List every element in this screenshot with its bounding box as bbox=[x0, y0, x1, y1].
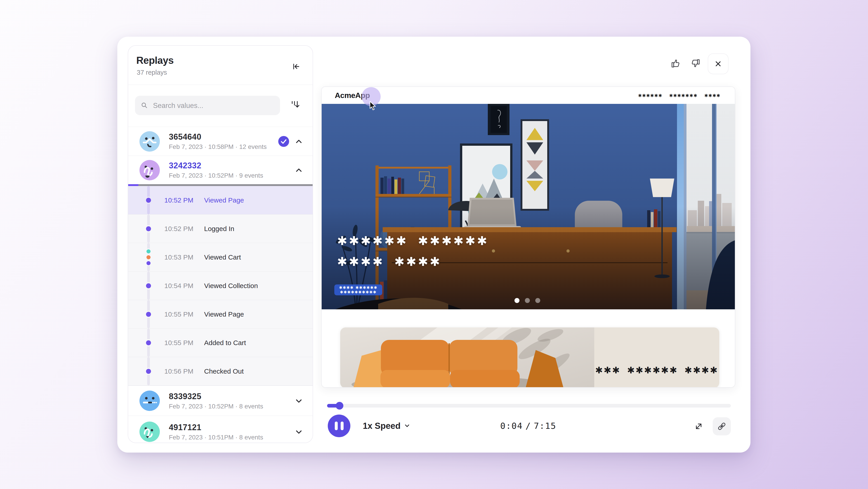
event-time: 10:54 PM bbox=[164, 282, 204, 290]
app-background: Replays 37 replays bbox=[0, 0, 868, 489]
event-dot-purple bbox=[147, 261, 151, 265]
thumbs-down-icon bbox=[690, 57, 702, 69]
thumbs-down-button[interactable] bbox=[690, 57, 702, 69]
session-playback-progress[interactable] bbox=[128, 184, 313, 186]
pointer-arrow-icon bbox=[369, 101, 378, 111]
replays-sidebar: Replays 37 replays bbox=[128, 45, 313, 443]
chevron-down-icon bbox=[294, 427, 303, 436]
chevron-down-icon bbox=[404, 423, 410, 429]
carousel-dots[interactable] bbox=[515, 298, 540, 303]
hero-image bbox=[322, 104, 735, 309]
masked-nav-item: ✱✱✱✱ bbox=[704, 93, 721, 98]
search-box[interactable] bbox=[135, 96, 280, 115]
sort-button[interactable] bbox=[289, 98, 301, 110]
session-avatar bbox=[140, 391, 160, 411]
event-label: Logged In bbox=[204, 225, 234, 233]
product-card: ✱✱✱ ✱✱✱✱✱✱ ✱✱✱✱ bbox=[340, 327, 719, 387]
replay-count: 37 replays bbox=[137, 69, 167, 76]
page-title: Replays bbox=[136, 55, 174, 66]
event-label: Checked Out bbox=[204, 368, 244, 375]
carousel-dot-active[interactable] bbox=[515, 298, 520, 303]
playback-progress-bar[interactable] bbox=[327, 404, 731, 407]
session-avatar bbox=[140, 131, 160, 152]
session-row[interactable]: 4917121 Feb 7, 2023 · 10:51PM · 8 events bbox=[128, 416, 313, 443]
search-input[interactable] bbox=[153, 96, 276, 116]
event-label: Viewed Page bbox=[204, 311, 244, 318]
event-row[interactable]: 10:56 PM Checked Out bbox=[128, 357, 313, 385]
chevron-up-icon bbox=[294, 166, 303, 174]
event-row[interactable]: 10:53 PM Viewed Cart bbox=[128, 243, 313, 271]
event-dot bbox=[146, 283, 151, 288]
event-label: Viewed Collection bbox=[204, 282, 258, 290]
collapse-session-chevron[interactable] bbox=[294, 137, 303, 146]
collapse-sidebar-button[interactable] bbox=[290, 61, 301, 72]
session-avatar bbox=[140, 160, 160, 180]
session-info: 3242332 Feb 7, 2023 · 10:52PM · 9 events bbox=[169, 161, 263, 179]
session-row[interactable]: 8339325 Feb 7, 2023 · 10:52PM · 8 events bbox=[128, 385, 313, 416]
search-row bbox=[128, 85, 313, 127]
speed-dropdown[interactable]: 1x Speed bbox=[362, 414, 411, 437]
masked-hero-heading: ✱✱✱✱✱✱ ✱✱✱✱✱✱ ✱✱✱✱ ✱✱✱✱ bbox=[337, 231, 489, 272]
session-row[interactable]: 3654640 Feb 7, 2023 · 10:58PM · 12 event… bbox=[128, 127, 313, 156]
pause-icon bbox=[341, 422, 344, 430]
playback-progress-knob[interactable] bbox=[336, 402, 343, 409]
link-chain-icon bbox=[717, 421, 727, 431]
event-time: 10:55 PM bbox=[164, 311, 204, 318]
chevron-down-icon bbox=[294, 397, 303, 405]
expand-session-chevron[interactable] bbox=[294, 427, 303, 436]
session-id: 3654640 bbox=[169, 132, 267, 142]
session-playback-progress-fill bbox=[128, 184, 138, 186]
event-row[interactable]: 10:55 PM Added to Cart bbox=[128, 328, 313, 357]
masked-heading-line: ✱✱✱✱✱✱ ✱✱✱✱✱✱ bbox=[337, 231, 489, 251]
fullscreen-button[interactable] bbox=[692, 420, 705, 433]
sidebar-header: Replays 37 replays bbox=[128, 46, 313, 85]
event-dot bbox=[146, 340, 151, 345]
pause-button[interactable] bbox=[328, 414, 350, 437]
event-dot bbox=[146, 312, 151, 317]
session-info: 3654640 Feb 7, 2023 · 10:58PM · 12 event… bbox=[169, 132, 267, 150]
session-id: 8339325 bbox=[169, 392, 263, 401]
masked-cta-button[interactable]: ✱✱✱✱ ✱✱✱✱✱✱ ✱✱✱✱✱✱✱✱✱✱ bbox=[334, 284, 382, 295]
check-icon bbox=[278, 136, 289, 147]
session-meta: Feb 7, 2023 · 10:52PM · 9 events bbox=[169, 172, 263, 179]
sort-descending-icon bbox=[289, 98, 301, 110]
share-link-button[interactable] bbox=[713, 417, 731, 435]
replayed-site-header: AcmeApp ✱✱✱✱✱✱ ✱✱✱✱✱✱✱ ✱✱✱✱ bbox=[322, 87, 735, 104]
carousel-dot[interactable] bbox=[525, 298, 530, 303]
event-label: Viewed Page bbox=[204, 196, 244, 204]
event-dot bbox=[146, 226, 151, 231]
masked-nav-item: ✱✱✱✱✱✱✱ bbox=[669, 93, 698, 98]
event-label: Viewed Cart bbox=[204, 254, 241, 261]
expand-session-chevron[interactable] bbox=[294, 397, 303, 405]
session-id: 4917121 bbox=[169, 423, 263, 432]
event-row[interactable]: 10:55 PM Viewed Page bbox=[128, 300, 313, 328]
thumbs-up-icon bbox=[670, 57, 682, 69]
time-current: 0:04 bbox=[500, 421, 523, 431]
carousel-dot[interactable] bbox=[535, 298, 540, 303]
session-meta: Feb 7, 2023 · 10:58PM · 12 events bbox=[169, 143, 267, 150]
session-info: 4917121 Feb 7, 2023 · 10:51PM · 8 events bbox=[169, 423, 263, 441]
time-separator: / bbox=[526, 421, 531, 431]
watched-check-badge bbox=[278, 136, 289, 147]
event-dot bbox=[146, 369, 151, 374]
sofa-image bbox=[340, 327, 594, 387]
collapse-left-icon bbox=[290, 61, 301, 72]
site-nav: ✱✱✱✱✱✱ ✱✱✱✱✱✱✱ ✱✱✱✱ bbox=[638, 87, 721, 104]
masked-heading-line: ✱✱✱✱ ✱✱✱✱ bbox=[337, 251, 489, 272]
close-button[interactable] bbox=[708, 53, 728, 74]
event-row[interactable]: 10:54 PM Viewed Collection bbox=[128, 271, 313, 300]
event-row[interactable]: 10:52 PM Logged In bbox=[128, 214, 313, 243]
collapse-session-chevron[interactable] bbox=[294, 166, 303, 174]
event-row-selected[interactable]: 10:52 PM Viewed Page bbox=[128, 186, 313, 214]
expand-icon bbox=[693, 421, 704, 432]
playback-time: 0:04 / 7:15 bbox=[500, 414, 556, 437]
time-total: 7:15 bbox=[534, 421, 556, 431]
thumbs-up-button[interactable] bbox=[670, 57, 682, 69]
search-icon bbox=[141, 102, 148, 109]
session-row-active[interactable]: 3242332 Feb 7, 2023 · 10:52PM · 9 events bbox=[128, 156, 313, 184]
session-meta: Feb 7, 2023 · 10:52PM · 8 events bbox=[169, 403, 263, 410]
hero-section: ✱✱✱✱✱✱ ✱✱✱✱✱✱ ✱✱✱✱ ✱✱✱✱ ✱✱✱✱ ✱✱✱✱✱✱ ✱✱✱✱… bbox=[322, 104, 735, 309]
replay-modal: Replays 37 replays bbox=[117, 37, 750, 453]
masked-product-caption: ✱✱✱ ✱✱✱✱✱✱ ✱✱✱✱ bbox=[595, 365, 718, 375]
masked-cta-label: ✱✱✱✱ ✱✱✱✱✱✱ ✱✱✱✱✱✱✱✱✱✱ bbox=[336, 285, 381, 294]
